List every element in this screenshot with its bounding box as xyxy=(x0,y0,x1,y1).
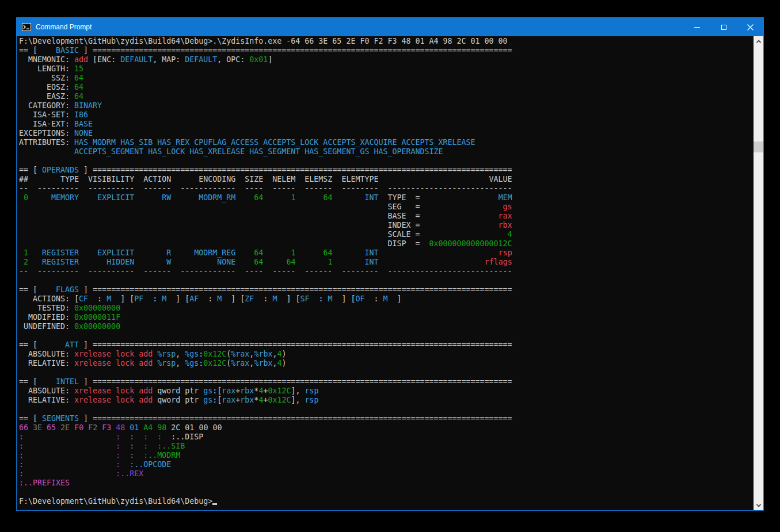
terminal-line: UNDEFINED: 0x00000000 xyxy=(19,322,754,331)
terminal-line: -- --------- ---------- ------ ---------… xyxy=(19,184,754,193)
close-icon xyxy=(747,24,754,30)
terminal-line: ISA-SET: I86 xyxy=(19,110,754,120)
terminal-line: DISP = 0x000000000000012C xyxy=(19,239,754,248)
scroll-thumb[interactable] xyxy=(754,141,763,152)
chevron-up-icon xyxy=(756,40,760,44)
terminal-line: == [ BASIC ] ===========================… xyxy=(19,46,754,55)
command-prompt-window: Command Prompt F:\Development\GitHub\zyd… xyxy=(16,17,764,511)
terminal-line: :..PREFIXES xyxy=(19,479,754,488)
terminal-line: == [ FLAGS ] ===========================… xyxy=(19,285,754,294)
maximize-icon xyxy=(721,25,726,30)
terminal-line xyxy=(19,276,754,285)
scroll-down-button[interactable] xyxy=(754,500,763,510)
maximize-button[interactable] xyxy=(710,18,737,36)
terminal-line: MODIFIED: 0x0000011F xyxy=(19,313,754,322)
terminal-line: EOSZ: 64 xyxy=(19,83,754,92)
terminal-line xyxy=(19,405,754,414)
terminal-line: ATTRIBUTES: HAS_MODRM HAS_SIB HAS_REX CP… xyxy=(19,138,754,147)
terminal-line: SEG = gs xyxy=(19,202,754,212)
terminal-line: == [ OPERANDS ] ========================… xyxy=(19,166,754,175)
terminal-line xyxy=(19,156,754,166)
terminal-line: BASE = rax xyxy=(19,212,754,221)
terminal-line: ISA-EXT: BASE xyxy=(19,120,754,129)
terminal-line: : :..REX xyxy=(19,469,754,479)
terminal-line: ABSOLUTE: xrelease lock add qword ptr gs… xyxy=(19,386,754,396)
terminal-line: MNEMONIC: add [ENC: DEFAULT, MAP: DEFAUL… xyxy=(19,55,754,64)
text-cursor xyxy=(212,503,217,505)
minimize-button[interactable] xyxy=(684,18,710,36)
window-controls xyxy=(684,18,763,36)
terminal-line: == [ ATT ] =============================… xyxy=(19,340,754,350)
minimize-icon xyxy=(694,27,700,28)
terminal-line: 1 REGISTER EXPLICIT R MODRM_REG 64 1 64 … xyxy=(19,248,754,258)
terminal-line: 0 MEMORY EXPLICIT RW MODRM_RM 64 1 64 IN… xyxy=(19,193,754,202)
terminal-line xyxy=(19,368,754,377)
terminal-line: : : : : :..SIB xyxy=(19,442,754,451)
terminal-line: SSZ: 64 xyxy=(19,74,754,83)
terminal-line: SCALE = 4 xyxy=(19,230,754,239)
terminal-line: LENGTH: 15 xyxy=(19,64,754,74)
terminal-line xyxy=(19,488,754,497)
terminal-line: RELATIVE: xrelease lock add qword ptr gs… xyxy=(19,396,754,405)
terminal-line: == [ INTEL ] ===========================… xyxy=(19,377,754,386)
terminal-line: 2 REGISTER HIDDEN W NONE 64 64 1 INT rfl… xyxy=(19,258,754,267)
terminal-line: : : : :..MODRM xyxy=(19,451,754,460)
terminal-line: CATEGORY: BINARY xyxy=(19,101,754,110)
terminal-line: EASZ: 64 xyxy=(19,92,754,101)
scroll-up-button[interactable] xyxy=(754,36,763,46)
terminal-line: ## TYPE VISIBILITY ACTION ENCODING SIZE … xyxy=(19,175,754,184)
terminal-output[interactable]: F:\Development\GitHub\zydis\Build64\Debu… xyxy=(17,36,754,510)
scrollbar[interactable] xyxy=(754,36,763,510)
terminal-line: 66 3E 65 2E F0 F2 F3 48 01 A4 98 2C 01 0… xyxy=(19,423,754,433)
terminal-line: F:\Development\GitHub\zydis\Build64\Debu… xyxy=(19,497,754,506)
titlebar[interactable]: Command Prompt xyxy=(17,18,763,36)
terminal-line: == [ SEGMENTS ] ========================… xyxy=(19,414,754,423)
terminal-line: RELATIVE: xrelease lock add %rsp, %gs:0x… xyxy=(19,359,754,368)
window-title: Command Prompt xyxy=(36,23,684,31)
cmd-icon xyxy=(22,23,31,31)
terminal-line: ACCEPTS_SEGMENT HAS_LOCK HAS_XRELEASE HA… xyxy=(19,147,754,156)
terminal-line: F:\Development\GitHub\zydis\Build64\Debu… xyxy=(19,37,754,46)
close-button[interactable] xyxy=(737,18,763,36)
terminal-line: : : : : : :..DISP xyxy=(19,433,754,442)
terminal-line: ACTIONS: [CF : M ] [PF : M ] [AF : M ] [… xyxy=(19,294,754,304)
terminal-line: : : :..OPCODE xyxy=(19,460,754,469)
terminal-line xyxy=(19,331,754,340)
terminal-line: ABSOLUTE: xrelease lock add %rsp, %gs:0x… xyxy=(19,350,754,359)
terminal-line: TESTED: 0x00000000 xyxy=(19,304,754,313)
terminal-line: INDEX = rbx xyxy=(19,221,754,230)
chevron-down-icon xyxy=(756,502,760,507)
terminal-line: EXCEPTIONS: NONE xyxy=(19,129,754,138)
terminal-line: -- --------- ---------- ------ ---------… xyxy=(19,267,754,276)
